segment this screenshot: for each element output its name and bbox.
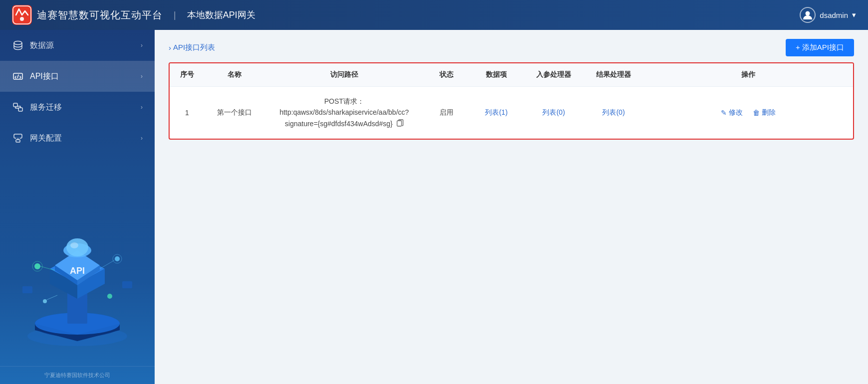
migration-icon — [12, 101, 24, 113]
content-header: › API接口列表 + 添加API接口 — [155, 30, 868, 62]
delete-button[interactable]: 🗑 删除 — [749, 108, 780, 117]
svg-line-27 — [47, 295, 57, 300]
sidebar-nav: 数据源 › API接口 › — [0, 30, 155, 154]
sidebar-label-api: API接口 — [30, 71, 135, 82]
breadcrumb-label: API接口列表 — [173, 43, 215, 52]
sidebar-item-gateway[interactable]: 网关配置 › — [0, 123, 155, 154]
api-table: 序号 名称 访问路径 状态 数据项 入参处理器 结果处理器 操作 1 第一个接口 — [170, 63, 853, 139]
logo: 迪赛智慧数可视化互动平台 | 本地数据API网关 — [12, 5, 255, 25]
col-input-handler: 入参处理器 — [524, 63, 584, 87]
svg-point-2 — [20, 17, 24, 21]
col-name: 名称 — [205, 63, 264, 87]
logo-icon — [12, 5, 32, 25]
sidebar-arrow-gateway: › — [141, 135, 143, 142]
delete-icon: 🗑 — [753, 109, 760, 117]
svg-point-23 — [43, 299, 47, 303]
sidebar-item-migration[interactable]: 服务迁移 › — [0, 92, 155, 123]
row-index: 1 — [170, 87, 205, 139]
table-header-row: 序号 名称 访问路径 状态 数据项 入参处理器 结果处理器 操作 — [170, 63, 853, 87]
sidebar-arrow-datasource: › — [141, 42, 143, 49]
col-index: 序号 — [170, 63, 205, 87]
main-layout: 数据源 › API接口 › — [0, 30, 868, 384]
svg-point-4 — [14, 41, 22, 45]
user-menu[interactable]: dsadmin ▾ — [800, 7, 856, 23]
header: 迪赛智慧数可视化互动平台 | 本地数据API网关 dsadmin ▾ — [0, 0, 868, 30]
sidebar-label-gateway: 网关配置 — [30, 133, 135, 144]
database-icon — [12, 39, 24, 51]
breadcrumb-arrow: › — [169, 43, 171, 52]
path-text: POST请求：http:qawsx/8ds/sharkapiservice/aa… — [279, 97, 409, 128]
svg-rect-6 — [13, 103, 17, 107]
sidebar-label-migration: 服务迁移 — [30, 102, 135, 113]
sidebar-decoration: API — [0, 154, 155, 366]
user-dropdown-icon: ▾ — [852, 10, 856, 19]
sidebar: 数据源 › API接口 › — [0, 30, 155, 384]
header-subtitle: 本地数据API网关 — [187, 9, 255, 21]
breadcrumb: › API接口列表 — [169, 43, 215, 52]
content-area: › API接口列表 + 添加API接口 序号 名称 访问路径 状态 数据项 入参… — [155, 30, 868, 384]
gateway-icon — [12, 132, 24, 144]
input-handler-link[interactable]: 列表(0) — [542, 108, 565, 116]
result-handler-link[interactable]: 列表(0) — [602, 108, 625, 116]
svg-line-26 — [100, 260, 114, 269]
sidebar-arrow-api: › — [141, 73, 143, 80]
api-table-container: 序号 名称 访问路径 状态 数据项 入参处理器 结果处理器 操作 1 第一个接口 — [169, 62, 854, 140]
svg-point-19 — [34, 263, 40, 269]
col-path: 访问路径 — [264, 63, 424, 87]
col-data-items: 数据项 — [469, 63, 524, 87]
user-name: dsadmin — [820, 11, 848, 19]
sidebar-label-datasource: 数据源 — [30, 40, 135, 51]
api-illustration: API — [7, 216, 147, 366]
sidebar-arrow-migration: › — [141, 104, 143, 111]
header-title: 迪赛智慧数可视化互动平台 — [37, 8, 163, 22]
copy-icon[interactable] — [397, 119, 404, 130]
svg-rect-7 — [18, 108, 22, 111]
svg-point-24 — [107, 294, 112, 299]
header-divider: | — [174, 10, 176, 20]
delete-label: 删除 — [762, 108, 776, 117]
edit-button[interactable]: ✎ 修改 — [717, 108, 747, 117]
col-status: 状态 — [424, 63, 469, 87]
sidebar-footer: 宁夏迪特赛国软件技术公司 — [0, 366, 155, 384]
add-api-button[interactable]: + 添加API接口 — [786, 39, 854, 56]
api-icon — [12, 70, 24, 82]
edit-icon: ✎ — [721, 109, 727, 117]
svg-point-21 — [115, 256, 120, 261]
svg-rect-29 — [122, 281, 132, 288]
col-result-handler: 结果处理器 — [584, 63, 644, 87]
svg-point-16 — [66, 238, 88, 256]
sidebar-item-api[interactable]: API接口 › — [0, 61, 155, 92]
row-path: POST请求：http:qawsx/8ds/sharkapiservice/aa… — [264, 87, 424, 139]
user-avatar-icon — [800, 7, 816, 23]
row-name: 第一个接口 — [205, 87, 264, 139]
row-actions: ✎ 修改 🗑 删除 — [644, 87, 853, 139]
svg-rect-28 — [22, 286, 32, 293]
sidebar-item-datasource[interactable]: 数据源 › — [0, 30, 155, 61]
data-items-link[interactable]: 列表(1) — [485, 108, 507, 116]
col-actions: 操作 — [644, 63, 853, 87]
row-input-handler: 列表(0) — [524, 87, 584, 139]
svg-text:API: API — [70, 266, 85, 276]
table-row: 1 第一个接口 POST请求：http:qawsx/8ds/sharkapise… — [170, 87, 853, 139]
svg-point-17 — [70, 242, 78, 248]
row-data-items: 列表(1) — [469, 87, 524, 139]
svg-point-3 — [806, 11, 810, 16]
row-result-handler: 列表(0) — [584, 87, 644, 139]
edit-label: 修改 — [729, 108, 743, 117]
row-status: 启用 — [424, 87, 469, 139]
svg-rect-30 — [397, 121, 402, 126]
